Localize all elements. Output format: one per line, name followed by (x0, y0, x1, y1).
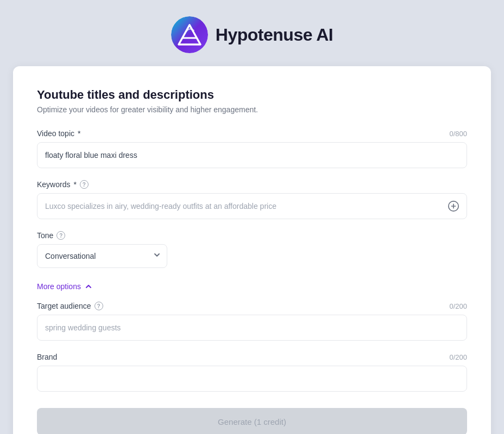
brand-input[interactable] (37, 366, 467, 392)
keywords-wrapper (37, 193, 467, 219)
target-audience-input[interactable] (37, 315, 467, 341)
keywords-label-row: Keywords * ? (37, 180, 467, 189)
tone-label-left: Tone ? (37, 231, 65, 240)
tone-help-icon[interactable]: ? (56, 231, 65, 240)
keywords-field: Keywords * ? (37, 180, 467, 219)
brand-label-left: Brand (37, 353, 57, 361)
keywords-required: * (73, 180, 76, 189)
video-topic-input[interactable] (37, 142, 467, 168)
page-title: Youtube titles and descriptions (37, 88, 467, 102)
main-card: Youtube titles and descriptions Optimize… (13, 66, 491, 434)
tone-field: Tone ? Conversational Professional Casua… (37, 231, 467, 268)
more-options-button[interactable]: More options (37, 280, 93, 293)
target-audience-field: Target audience ? 0/200 (37, 302, 467, 341)
video-topic-label: Video topic (37, 129, 74, 138)
brand-label-row: Brand 0/200 (37, 353, 467, 361)
keywords-help-icon[interactable]: ? (80, 180, 89, 189)
plus-circle-icon (448, 200, 459, 212)
chevron-up-icon (84, 282, 93, 291)
svg-point-0 (171, 16, 208, 53)
app-header: Hypotenuse AI (171, 16, 333, 53)
keywords-label: Keywords (37, 180, 70, 189)
target-audience-label: Target audience (37, 302, 91, 310)
more-options-label: More options (37, 282, 81, 291)
tone-label: Tone (37, 231, 53, 240)
brand-label: Brand (37, 353, 57, 361)
video-topic-counter: 0/800 (449, 130, 467, 138)
brand-counter: 0/200 (449, 353, 467, 361)
video-topic-required: * (78, 129, 80, 138)
tone-label-row: Tone ? (37, 231, 467, 240)
video-topic-label-row: Video topic * 0/800 (37, 129, 467, 138)
generate-button-label: Generate (1 credit) (218, 417, 286, 426)
app-title: Hypotenuse AI (216, 25, 333, 45)
target-audience-label-left: Target audience ? (37, 302, 103, 310)
target-audience-help-icon[interactable]: ? (94, 302, 103, 310)
app-logo (171, 16, 208, 53)
page-subtitle: Optimize your videos for greater visibil… (37, 105, 467, 114)
keywords-label-left: Keywords * ? (37, 180, 89, 189)
tone-select-wrapper: Conversational Professional Casual Forma… (37, 244, 167, 268)
brand-field: Brand 0/200 (37, 353, 467, 392)
target-audience-label-row: Target audience ? 0/200 (37, 302, 467, 310)
video-topic-label-left: Video topic * (37, 129, 80, 138)
keywords-input[interactable] (37, 193, 467, 219)
video-topic-field: Video topic * 0/800 (37, 129, 467, 168)
tone-select[interactable]: Conversational Professional Casual Forma… (37, 244, 167, 268)
add-keyword-button[interactable] (446, 199, 461, 213)
target-audience-counter: 0/200 (449, 302, 467, 310)
generate-button[interactable]: Generate (1 credit) (37, 408, 467, 434)
